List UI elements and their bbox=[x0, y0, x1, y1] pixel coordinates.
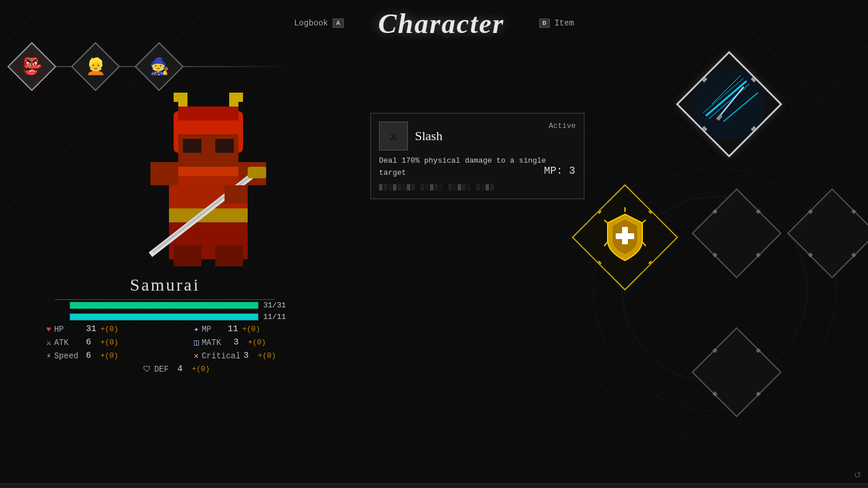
svg-rect-30 bbox=[225, 185, 248, 204]
svg-rect-15 bbox=[178, 107, 238, 120]
stat-critical-bonus: +(0) bbox=[258, 351, 276, 360]
stat-atk-label: ATK bbox=[54, 338, 83, 347]
stat-matk-value: 3 bbox=[233, 337, 245, 347]
hp-bar-fill bbox=[70, 302, 258, 309]
hp-bar-label: 31/31 bbox=[263, 301, 289, 310]
stat-speed-bonus: +(0) bbox=[100, 351, 118, 360]
header: Logbook A Character D Item bbox=[0, 0, 868, 46]
skill-extra-text: ▓▒░▓▒░▓▒ ▒░▓▒░ ▒░▓▒░ ▒░▓▒ bbox=[379, 184, 576, 190]
stat-hp-label: HP bbox=[54, 325, 83, 334]
nav-item[interactable]: D Item bbox=[539, 19, 574, 28]
stat-atk: ⚔ ATK 6 +(0) bbox=[46, 337, 188, 347]
character-sprite bbox=[127, 93, 289, 269]
bottom-bar bbox=[0, 483, 868, 488]
mp-bar-fill bbox=[70, 314, 258, 320]
svg-rect-20 bbox=[174, 167, 243, 176]
skill-name: Slash bbox=[415, 129, 443, 144]
stat-critical-value: 3 bbox=[244, 351, 255, 361]
svg-rect-29 bbox=[248, 167, 266, 178]
svg-rect-17 bbox=[183, 139, 201, 153]
stat-def-label: DEF bbox=[154, 365, 174, 374]
svg-rect-25 bbox=[174, 245, 201, 266]
mp-display: MP: 3 bbox=[544, 165, 575, 177]
skill-bottom[interactable] bbox=[694, 330, 778, 414]
hp-bar-container: 31/31 11/11 bbox=[69, 301, 289, 321]
svg-rect-44 bbox=[616, 233, 634, 239]
skill-middle-center[interactable] bbox=[694, 191, 778, 275]
avatar-line bbox=[179, 66, 295, 67]
stat-matk-label: MATK bbox=[201, 338, 230, 347]
skill-tooltip: ⚔ Slash Deal 170% physical damage to a s… bbox=[370, 113, 584, 199]
stat-matk: ◫ MATK 3 +(0) bbox=[194, 337, 336, 347]
svg-rect-26 bbox=[215, 245, 243, 266]
skill-icon: ⚔ bbox=[379, 122, 408, 151]
avatar-archer[interactable]: 👱 bbox=[75, 46, 116, 87]
stat-atk-value: 6 bbox=[86, 337, 97, 347]
stat-def-value: 4 bbox=[177, 364, 189, 374]
item-key: D bbox=[539, 19, 550, 28]
skill-middle-left[interactable] bbox=[579, 191, 671, 284]
svg-rect-21 bbox=[150, 162, 178, 185]
stat-critical-label: Critical bbox=[201, 351, 240, 361]
name-divider bbox=[55, 299, 275, 300]
svg-rect-13 bbox=[229, 93, 243, 102]
logbook-key: A bbox=[333, 19, 344, 28]
svg-marker-2 bbox=[35, 101, 81, 159]
skill-top[interactable] bbox=[683, 58, 775, 151]
skill-middle-right[interactable] bbox=[790, 191, 868, 275]
svg-rect-18 bbox=[215, 139, 234, 153]
svg-marker-1 bbox=[58, 217, 104, 275]
stat-hp: ♥ HP 31 +(0) bbox=[46, 324, 188, 334]
corner-icon: ↺ bbox=[854, 467, 861, 481]
stat-mp-label: MP bbox=[201, 325, 225, 334]
avatar-mage[interactable]: 🧙 bbox=[139, 46, 179, 87]
skill-type: Active bbox=[549, 122, 576, 130]
stat-hp-value: 31 bbox=[86, 324, 97, 334]
svg-rect-12 bbox=[174, 93, 187, 102]
stat-critical: ✕ Critical 3 +(0) bbox=[194, 351, 336, 361]
avatar-samurai[interactable]: 👺 bbox=[12, 46, 52, 87]
mp-bar-label: 11/11 bbox=[263, 313, 289, 321]
stat-speed: ⚡ Speed 6 +(0) bbox=[46, 351, 188, 361]
stat-speed-value: 6 bbox=[86, 351, 97, 361]
character-name: Samurai bbox=[35, 275, 295, 304]
svg-line-3 bbox=[35, 116, 87, 174]
stat-atk-bonus: +(0) bbox=[100, 338, 118, 347]
stat-matk-bonus: +(0) bbox=[248, 338, 266, 347]
avatar-row: 👺 👱 🧙 bbox=[12, 46, 295, 87]
stat-mp-bonus: +(0) bbox=[242, 325, 260, 333]
item-label: Item bbox=[554, 19, 574, 28]
stat-def-bonus: +(0) bbox=[192, 365, 209, 373]
stats-container: ♥ HP 31 +(0) ✦ MP 11 +(0) ⚔ ATK 6 +(0) ◫… bbox=[46, 324, 336, 374]
stat-def: 🛡 DEF 4 +(0) bbox=[143, 364, 209, 374]
nav-logbook[interactable]: Logbook A bbox=[294, 19, 343, 28]
stat-mp: ✦ MP 11 +(0) bbox=[194, 324, 336, 334]
page-title: Character bbox=[378, 8, 505, 39]
logbook-label: Logbook bbox=[294, 19, 328, 28]
stat-speed-label: Speed bbox=[54, 351, 83, 361]
stat-def-row: 🛡 DEF 4 +(0) bbox=[17, 364, 336, 374]
stat-hp-bonus: +(0) bbox=[100, 325, 118, 333]
stat-mp-value: 11 bbox=[227, 324, 239, 334]
